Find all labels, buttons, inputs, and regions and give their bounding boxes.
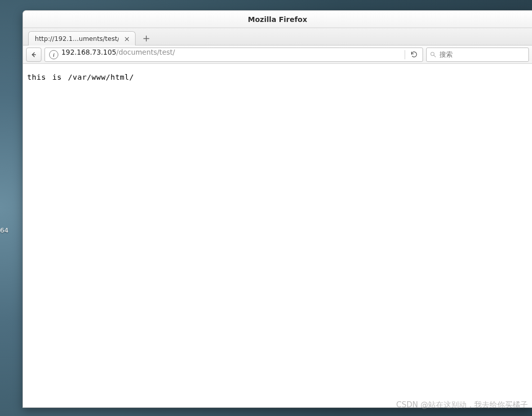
window-titlebar[interactable]: Mozilla Firefox bbox=[23, 11, 532, 28]
search-icon bbox=[430, 51, 436, 58]
new-tab-button[interactable]: + bbox=[140, 32, 153, 44]
desktop-background: 64 Mozilla Firefox http://192.1...uments… bbox=[0, 0, 532, 416]
page-body-text: this is /var/www/html/ bbox=[27, 73, 134, 81]
svg-line-1 bbox=[434, 55, 435, 57]
reload-button[interactable] bbox=[408, 49, 419, 60]
svg-point-0 bbox=[431, 52, 434, 56]
address-bar[interactable]: i 192.168.73.105/documents/test/ bbox=[45, 48, 423, 62]
separator bbox=[405, 50, 405, 59]
firefox-window: Mozilla Firefox http://192.1...uments/te… bbox=[23, 10, 532, 408]
plus-icon: + bbox=[142, 33, 150, 43]
window-title: Mozilla Firefox bbox=[248, 15, 307, 24]
search-bar[interactable] bbox=[426, 48, 529, 62]
page-content: this is /var/www/html/ bbox=[23, 64, 532, 407]
close-tab-button[interactable]: × bbox=[123, 35, 131, 43]
reload-icon bbox=[410, 51, 418, 58]
url-path: /documents/test/ bbox=[116, 48, 175, 56]
url-input[interactable]: 192.168.73.105/documents/test/ bbox=[61, 48, 402, 61]
search-input[interactable] bbox=[439, 51, 525, 58]
url-host: 192.168.73.105 bbox=[61, 48, 116, 56]
close-icon: × bbox=[124, 35, 130, 43]
browser-tab[interactable]: http://192.1...uments/test/ × bbox=[28, 31, 136, 45]
site-info-icon[interactable]: i bbox=[49, 50, 58, 59]
tab-title: http://192.1...uments/test/ bbox=[35, 35, 119, 42]
arrow-left-icon bbox=[30, 51, 37, 58]
tab-strip: http://192.1...uments/test/ × + bbox=[23, 28, 532, 45]
desktop-icon-label: 64 bbox=[0, 226, 9, 234]
back-button[interactable] bbox=[26, 48, 41, 62]
navigation-toolbar: i 192.168.73.105/documents/test/ bbox=[23, 45, 532, 64]
